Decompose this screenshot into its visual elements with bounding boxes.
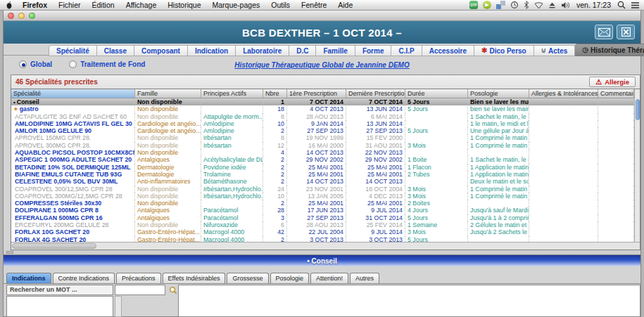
eject-menu-icon[interactable] [548,1,556,9]
column-header[interactable]: Posologie [468,89,529,98]
close-window-button[interactable] [8,13,14,19]
nbre-cell: 24 [263,186,287,193]
column-header[interactable]: Famille [135,89,201,98]
window-title-bar[interactable] [4,11,640,21]
column-header[interactable]: Allergies & Intolérances [529,89,598,98]
table-row[interactable]: •Conseil Non disponible 1 7 OCT 2014 7 O… [11,98,634,105]
detail-tab[interactable]: Contre Indications [53,273,115,283]
nav-tab[interactable]: Famille [316,45,355,56]
column-header[interactable]: Spécialité [11,89,135,98]
nav-tab[interactable]: ⊍ Actes [534,45,576,56]
table-row[interactable]: COAPROVEL 300MG/12,5MG CPR 28 Non dispon… [11,193,634,200]
nav-tab[interactable]: Forme [355,45,392,56]
table-row[interactable]: CELESTENE 0,05% SOL BUV 30ML Anti-inflam… [11,178,634,185]
wifi-menu-icon[interactable] [534,1,543,9]
posologie-cell: 1 Comprimé le matin [468,142,529,149]
table-row[interactable]: ASPEGIC 1 000MG ADULTE SACHET 20 Antalgi… [11,156,634,163]
menu-item[interactable]: Firefox [17,1,53,9]
volume-menu-icon[interactable] [561,1,570,9]
bluetooth-menu-icon[interactable] [524,1,529,9]
detail-tab-bar: IndicationsContre IndicationsPrécautions… [4,273,640,284]
table-row[interactable]: APROVEL 150MG CPR 28. Non disponible Irb… [11,134,634,141]
detail-tab[interactable]: Indications [6,273,51,283]
menu-item[interactable]: Marque-pages [207,1,266,9]
table-row[interactable]: FORLAX 10G SACHET 20 Gastro-Entéro-Hépat… [11,228,634,235]
menu-item[interactable]: Édition [87,1,120,9]
column-header[interactable]: 1ère Prescription [287,89,346,98]
table-row[interactable]: BETADINE 10% SOL DERMIQUE 125ML Dermatol… [11,164,634,171]
mail-button[interactable] [595,25,613,39]
detail-tab[interactable]: Grossesse [227,273,268,283]
commentaires-cell [598,193,634,200]
time-machine-menu-icon[interactable] [510,1,519,9]
menu-item[interactable]: Fichier [53,1,87,9]
table-row[interactable]: BIAFINE EMULS CUTANEE TUB 93G Dermatolog… [11,171,634,178]
word-list-scrollbar[interactable] [115,296,122,317]
detail-tab[interactable]: Autres [350,273,379,283]
column-header[interactable]: Dernière Prescription [346,89,405,98]
column-header[interactable]: Principes Actifs [201,89,263,98]
word-list-box[interactable] [6,296,113,317]
table-vertical-scrollbar[interactable] [634,89,640,242]
radio-traitement-de-fond[interactable]: Traitement de Fond [69,60,145,68]
vertical-scroll-thumb[interactable] [636,99,640,120]
search-icon[interactable] [168,285,178,295]
table-row[interactable]: ✦gastro Non disponible 18 4 OCT 2013 13 … [11,105,634,112]
menu-item[interactable]: Aide [332,1,358,9]
radio-global[interactable]: Global [19,60,52,68]
nav-tab[interactable]: Accessoire [422,45,474,56]
nav-tab[interactable]: ◷ Historique Thérapeutique [575,44,644,56]
spotlight-icon[interactable] [617,1,626,9]
table-row[interactable]: COMPRESSES Stériles 30x30 Non disponible… [11,200,634,207]
apple-menu-icon[interactable] [6,1,13,9]
nav-tab[interactable]: Classe [97,45,134,56]
table-row[interactable]: COAPROVEL 300/12,5MG CPR 28 Non disponib… [11,186,634,193]
menu-item[interactable]: Outils [265,1,296,9]
detail-tab[interactable]: Posologie [270,273,310,283]
minimize-window-button[interactable] [18,13,25,19]
detail-tab[interactable]: Précautions [116,273,161,283]
menu-clock[interactable]: ven. 17:23 [575,1,612,9]
menu-item[interactable]: Affichage [120,1,163,9]
column-header[interactable]: Durée [405,89,468,98]
column-header[interactable]: Commentaires [598,89,634,98]
column-header[interactable]: Nbre [263,89,287,98]
table-row[interactable]: AQUABLOC PICSOL POSTOP 10CMX8CM 5 Non di… [11,149,634,156]
posologie-cell: 1 le matin, le midi et l... [468,120,529,127]
detail-tab[interactable]: Attention! [310,273,348,283]
notification-center-icon[interactable] [631,1,640,9]
allergies-cell [529,120,598,127]
play-app-menu-icon[interactable]: ▶ [483,1,491,9]
derniere-prescription-cell: 25 FEV 2014 [346,221,405,228]
table-row[interactable]: AMLOR 10MG GELULE 90 Cardiologie et angé… [11,127,634,134]
table-row[interactable]: ERCEFURYL 200MG GELULE 28 Non disponible… [11,221,634,228]
nav-tab[interactable]: Laboratoire [236,45,289,56]
nav-tab[interactable]: C.I.P [391,45,422,56]
principes-actifs-cell: Irbésartan,Hydrochlo... [201,193,263,200]
horizontal-scroll-thumb[interactable] [12,243,96,249]
search-word-input[interactable] [115,285,165,295]
table-row[interactable]: ACTAPULGITE 3G ENF AD SACHET 60 Non disp… [11,113,634,120]
allergy-button[interactable]: ⚠ Allergie [589,77,636,87]
displays-menu-icon[interactable] [496,1,505,9]
table-row[interactable]: DOLIPRANE 1 000MG CPR 8 Antalgiques Para… [11,207,634,214]
nav-tab[interactable]: Composant [134,45,188,56]
table-row[interactable]: AMLODIPINE 10MG ACTAVIS FL GEL 30 Cardio… [11,120,634,127]
menu-item[interactable]: Fenêtre [296,1,332,9]
table-horizontal-scrollbar[interactable] [11,242,640,250]
table-row[interactable]: EFFERALGAN 500MG CPR 16 Antalgiques Para… [11,214,634,221]
nav-tab[interactable]: D.C [289,45,316,56]
nav-tab[interactable]: Indication [188,45,236,56]
splitter-grip[interactable] [6,251,13,254]
radio-fond-dot[interactable] [69,60,77,68]
close-app-button[interactable] [617,25,635,39]
radio-global-dot[interactable] [19,60,27,68]
table-row[interactable]: APROVEL 300MG CPR 28. Non disponible Irb… [11,142,634,149]
nav-tab[interactable]: Spécialité [49,45,97,56]
detail-tab[interactable]: Effets Indésirables [163,273,226,283]
nav-tab-label: Spécialité [56,47,89,55]
zoom-window-button[interactable] [29,13,35,19]
otp-app-menu-icon[interactable]: OTP [469,1,478,9]
nav-tab[interactable]: ✱ Dico Perso [474,45,534,56]
menu-item[interactable]: Historique [162,1,206,9]
